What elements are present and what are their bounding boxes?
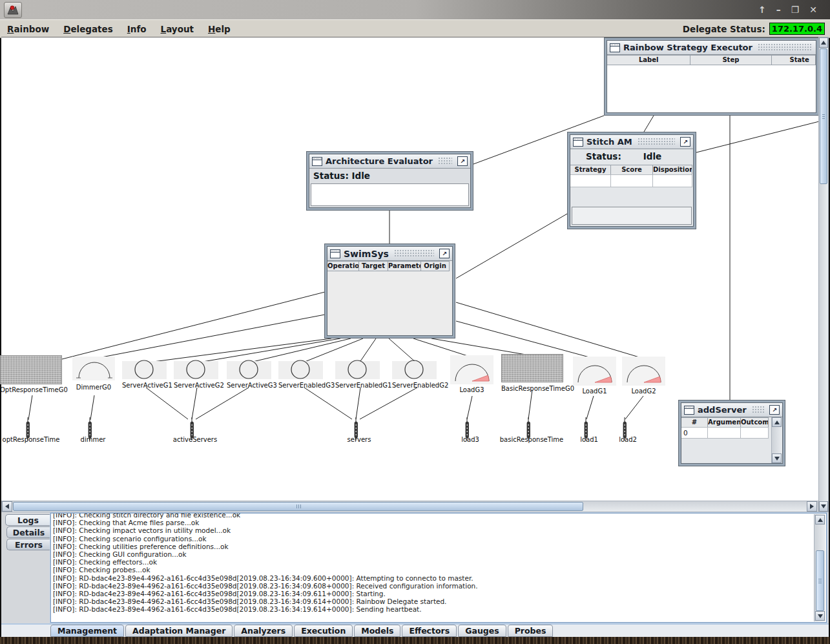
tab-probes[interactable]: Probes [508,625,554,637]
gauge-dimmer-dial-icon[interactable] [72,357,115,380]
tab-logs[interactable]: Logs [5,514,50,526]
add-server-scrollbar[interactable] [771,417,782,463]
shade-window-icon[interactable]: ↑ [758,5,766,14]
menu-info[interactable]: Info [120,22,154,36]
canvas-horizontal-scrollbar[interactable] [1,501,818,512]
tab-details[interactable]: Details [6,526,50,538]
frame-swimsys-titlebar[interactable]: SwimSys ↗ [327,247,452,261]
frame-stitch-am: Stitch AM ↗ Status: Idle Strategy Score … [567,132,696,229]
add-server-row-num: 0 [681,427,708,439]
strategy-table-body[interactable] [607,65,816,112]
gauge-label: BasicResponseTimeG0 [501,385,565,392]
gauge-load-g3-dial-icon[interactable] [450,355,493,384]
window-titlebar[interactable]: ↑ – ❐ ✕ [0,0,830,20]
menu-rainbow[interactable]: Rainbow [0,22,56,36]
close-window-icon[interactable]: ✕ [809,5,817,14]
gauge-label: ServerActiveG1 [122,382,167,389]
column-header-outcome[interactable]: Outcome [740,417,769,428]
tab-analyzers[interactable]: Analyzers [234,625,293,637]
probe-label: activeServers [153,436,237,443]
gauge-server-active-g2-circle-icon[interactable] [174,361,218,379]
frame-icon [610,43,620,52]
minimize-window-icon[interactable]: – [776,5,781,14]
canvas-vertical-scrollbar[interactable] [818,37,829,512]
tab-execution[interactable]: Execution [294,625,353,637]
gauge-opt-response-time-meter-icon[interactable] [0,355,62,384]
column-header-target[interactable]: Target [358,261,388,271]
frame-stitch-am-titlebar[interactable]: Stitch AM ↗ [570,135,693,149]
stitch-table-row[interactable] [570,175,693,187]
frame-title: SwimSys [344,249,389,259]
vertical-scroll-thumb[interactable] [820,48,827,184]
gauge-basic-response-time-meter-icon[interactable] [501,354,563,382]
frame-strategy-executor-titlebar[interactable]: Rainbow Strategy Executor [607,41,816,55]
log-line: [INFO]: RD-bdac4e23-89e4-4962-a161-6cc4d… [53,605,813,613]
scroll-down-button[interactable] [815,611,825,621]
column-header-step[interactable]: Step [690,55,771,65]
column-header-num[interactable]: # [681,417,708,428]
scroll-up-button[interactable] [819,37,828,48]
menu-help[interactable]: Help [201,22,238,36]
maximize-frame-icon[interactable]: ↗ [457,156,468,166]
delegate-status-group: Delegate Status: 172.17.0.4 [683,20,825,37]
frame-icon [330,249,340,258]
tab-models[interactable]: Models [354,625,400,637]
add-server-row[interactable]: 0 [681,428,771,439]
titlebar-texture [438,157,452,165]
restore-window-icon[interactable]: ❐ [791,5,800,14]
scroll-left-button[interactable] [2,501,12,512]
frame-add-server-titlebar[interactable]: addServer ↗ [681,403,782,417]
gauge-server-enabled-g3-circle-icon[interactable] [278,361,323,379]
stitch-status-row: Status: Idle [570,149,693,163]
column-header-arguments[interactable]: Arguments [707,417,741,428]
menu-delegates[interactable]: Delegates [56,22,120,36]
column-header-label[interactable]: Label [607,55,690,65]
scroll-up-button[interactable] [815,515,825,525]
tab-errors[interactable]: Errors [6,539,50,550]
stitch-status-value: Idle [643,151,661,161]
app-icon[interactable] [4,2,22,18]
gauge-label: ServerActiveG3 [227,382,271,389]
stitch-frame-filler [570,187,693,205]
maximize-frame-icon[interactable]: ↗ [439,249,450,258]
tab-gauges[interactable]: Gauges [458,625,506,637]
log-scroll-thumb[interactable] [816,550,824,611]
tab-adaptation-manager[interactable]: Adaptation Manager [125,625,233,637]
scroll-down-button[interactable] [819,501,828,512]
scroll-down-button[interactable] [772,453,782,463]
swimsys-table-body[interactable] [327,271,452,335]
column-header-origin[interactable]: Origin [420,261,450,271]
scroll-up-button[interactable] [772,417,782,427]
probe-label: dimmer [51,436,135,443]
log-line: [INFO]: RD-bdac4e23-89e4-4962-a161-6cc4d… [53,590,813,597]
log-line: [INFO]: RD-bdac4e23-89e4-4962-a161-6cc4d… [53,597,813,605]
gauge-label: ServerEnabledG1 [335,382,380,389]
maximize-frame-icon[interactable]: ↗ [769,405,780,415]
horizontal-scroll-thumb[interactable] [13,502,583,511]
gauge-server-active-g3-circle-icon[interactable] [227,361,271,379]
gauge-load-g1-dial-icon[interactable] [573,357,616,386]
frame-icon [684,406,694,415]
column-header-disposition[interactable]: Disposition [652,165,692,175]
maximize-frame-icon[interactable]: ↗ [680,137,690,147]
tab-effectors[interactable]: Effectors [402,625,457,637]
menu-layout[interactable]: Layout [154,22,201,36]
log-vertical-scrollbar[interactable] [814,514,825,621]
scroll-right-button[interactable] [807,501,817,512]
frame-architecture-evaluator-titlebar[interactable]: Architecture Evaluator ↗ [309,154,470,169]
titlebar-texture [638,138,675,146]
column-header-strategy[interactable]: Strategy [570,165,611,175]
frame-icon [573,138,583,147]
gauge-label: LoadG1 [573,388,616,395]
log-output-area[interactable]: [INFO]: Checking stitch directory and fi… [50,513,827,623]
gauge-load-g2-dial-icon[interactable] [622,357,665,386]
column-header-state[interactable]: State [771,55,816,65]
column-header-score[interactable]: Score [610,165,653,175]
gauge-server-active-g1-circle-icon[interactable] [122,361,167,379]
gauge-server-enabled-g2-circle-icon[interactable] [392,361,437,379]
gauge-server-enabled-g1-circle-icon[interactable] [335,361,380,379]
column-header-parameters[interactable]: Parameters [388,261,421,271]
column-header-operation[interactable]: Operation [327,261,359,271]
log-line: [INFO]: Checking GUI configuration...ok [53,550,813,558]
tab-management[interactable]: Management [50,625,124,637]
